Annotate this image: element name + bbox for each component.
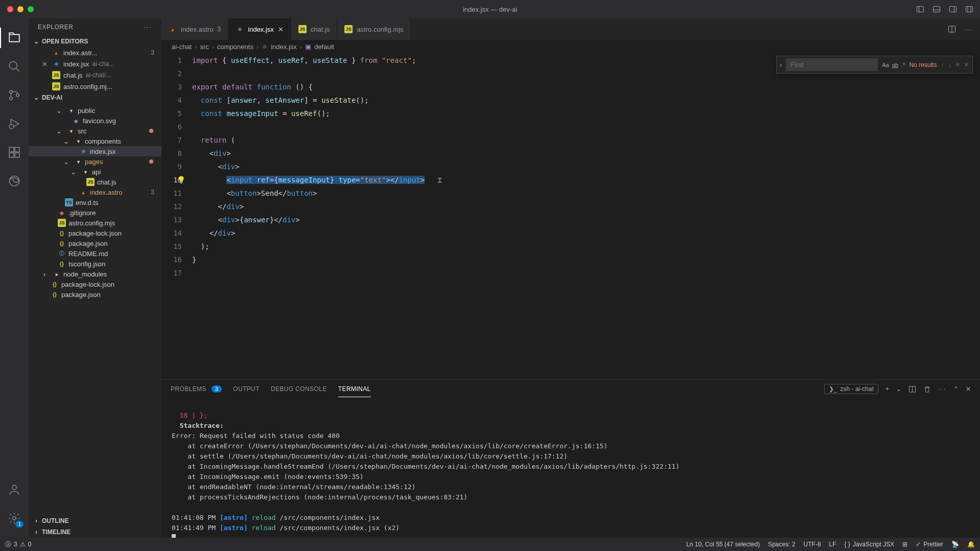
- folder-item[interactable]: ⌄▾src: [29, 126, 161, 136]
- status-cursor-position[interactable]: Ln 10, Col 55 (47 selected): [686, 541, 760, 548]
- open-editor-item[interactable]: ✕⚛index.jsx ai-cha...: [29, 58, 161, 70]
- split-editor-icon[interactable]: [948, 25, 956, 33]
- toggle-panel-icon[interactable]: [932, 5, 941, 14]
- open-editors-section[interactable]: ⌄ OPEN EDITORS: [29, 36, 161, 47]
- json-icon: {}: [58, 229, 66, 237]
- extensions-activity[interactable]: [0, 138, 29, 167]
- editor-more-icon[interactable]: ···: [964, 26, 973, 33]
- timeline-section[interactable]: › TIMELINE: [29, 526, 161, 538]
- outline-section[interactable]: › OUTLINE: [29, 515, 161, 526]
- breadcrumb-item[interactable]: ai-chat: [172, 43, 192, 51]
- status-eol[interactable]: LF: [829, 541, 836, 548]
- item-name: .gitignore: [68, 209, 96, 217]
- close-tab-icon[interactable]: ✕: [278, 26, 284, 33]
- sidebar: EXPLORER ··· ⌄ OPEN EDITORS ▲index.astr.…: [29, 18, 161, 538]
- open-editor-item[interactable]: ▲index.astr...3: [29, 47, 161, 58]
- regex-icon[interactable]: .*: [901, 62, 905, 68]
- open-editor-item[interactable]: JSchat.js ai-chat/...: [29, 70, 161, 81]
- folder-item[interactable]: ⌄▾pages: [29, 156, 161, 167]
- debug-console-tab[interactable]: DEBUG CONSOLE: [271, 381, 327, 397]
- status-language[interactable]: { }JavaScript JSX: [845, 541, 895, 548]
- svg-rect-19: [15, 153, 19, 157]
- jsx-icon: ⚛: [262, 43, 268, 51]
- minimize-window-button[interactable]: [17, 6, 24, 12]
- item-name: index.jsx: [90, 148, 116, 155]
- file-item[interactable]: ⚛index.jsx: [29, 146, 161, 156]
- line-gutter: 1234 5678 9101112 13141516 17: [161, 54, 192, 379]
- toggle-primary-sidebar-icon[interactable]: [916, 5, 925, 14]
- file-item[interactable]: {}package-lock.json: [29, 228, 161, 238]
- status-bell-icon[interactable]: 🔔: [967, 541, 975, 548]
- lightbulb-icon[interactable]: 💡: [177, 173, 185, 187]
- find-selection-icon[interactable]: ≡: [955, 61, 960, 68]
- file-item[interactable]: {}package.json: [29, 289, 161, 300]
- terminal-output[interactable]: 18 | }; Stacktrace: Error: Request faile…: [161, 398, 980, 538]
- file-item[interactable]: JSchat.js: [29, 177, 161, 187]
- file-item[interactable]: {}package.json: [29, 238, 161, 248]
- folder-item[interactable]: ⌄▾api: [29, 167, 161, 177]
- editor-tab[interactable]: JSchat.js: [291, 18, 338, 40]
- editor-tab[interactable]: JSastro.config.mjs: [337, 18, 411, 40]
- match-case-icon[interactable]: Aa: [882, 62, 889, 68]
- search-activity[interactable]: [0, 52, 29, 81]
- close-panel-icon[interactable]: ✕: [966, 385, 971, 393]
- project-section[interactable]: ⌄ DEV-AI: [29, 92, 161, 103]
- settings-activity[interactable]: 1: [0, 504, 29, 533]
- source-control-activity[interactable]: [0, 81, 29, 109]
- folder-item[interactable]: ›▸node_modules: [29, 269, 161, 279]
- panel-more-icon[interactable]: ···: [938, 385, 946, 393]
- maximize-panel-icon[interactable]: ⌃: [953, 385, 959, 393]
- new-terminal-icon[interactable]: +: [885, 385, 889, 393]
- accounts-activity[interactable]: [0, 475, 29, 504]
- status-prettier[interactable]: ✓Prettier: [916, 541, 943, 548]
- file-item[interactable]: {}tsconfig.json: [29, 259, 161, 269]
- match-whole-word-icon[interactable]: ab: [892, 62, 898, 68]
- customize-layout-icon[interactable]: [965, 5, 974, 14]
- status-tabnine-icon[interactable]: ⊞: [902, 541, 907, 548]
- breadcrumb-item[interactable]: index.jsx: [271, 43, 297, 51]
- find-close-icon[interactable]: ✕: [964, 61, 969, 68]
- breadcrumb-item[interactable]: default: [314, 43, 334, 51]
- explorer-activity[interactable]: [0, 24, 29, 52]
- kill-terminal-icon[interactable]: [923, 385, 931, 393]
- find-next-icon[interactable]: ↓: [948, 61, 952, 68]
- file-item[interactable]: ▲index.astro3: [29, 187, 161, 197]
- file-item[interactable]: JSastro.config.mjs: [29, 218, 161, 228]
- file-item[interactable]: ⓘREADME.md: [29, 248, 161, 259]
- close-window-button[interactable]: [7, 6, 13, 12]
- folder-item[interactable]: ⌄▾components: [29, 136, 161, 146]
- problems-tab[interactable]: PROBLEMS 3: [171, 381, 222, 397]
- code-editor[interactable]: 1234 5678 9101112 13141516 17 import { u…: [161, 54, 980, 379]
- file-name: chat.js: [63, 72, 83, 79]
- status-errors[interactable]: ⓧ3 ⚠0: [5, 540, 31, 549]
- breadcrumb-item[interactable]: components: [217, 43, 253, 51]
- editor-tab[interactable]: ⚛index.jsx✕: [228, 18, 291, 40]
- status-feedback-icon[interactable]: 📡: [951, 541, 959, 548]
- status-indent[interactable]: Spaces: 2: [768, 541, 795, 548]
- editor-tab[interactable]: ▲index.astro3: [161, 18, 228, 40]
- output-tab[interactable]: OUTPUT: [233, 381, 260, 397]
- terminal-picker[interactable]: ❯_ zsh - ai-chat: [824, 384, 878, 394]
- open-editor-item[interactable]: JSastro.config.mj...: [29, 81, 161, 92]
- find-expand-icon[interactable]: ›: [780, 61, 782, 68]
- folder-item[interactable]: ⌄▾public: [29, 105, 161, 116]
- find-input[interactable]: [786, 58, 878, 71]
- split-terminal-icon[interactable]: [908, 385, 916, 393]
- close-icon[interactable]: ✕: [42, 60, 49, 68]
- breadcrumb-item[interactable]: src: [200, 43, 208, 51]
- edge-activity[interactable]: [0, 167, 29, 195]
- find-prev-icon[interactable]: ↑: [941, 61, 944, 68]
- file-item[interactable]: ◆favicon.svg: [29, 116, 161, 126]
- toggle-secondary-sidebar-icon[interactable]: [948, 5, 958, 14]
- run-debug-activity[interactable]: [0, 109, 29, 138]
- file-item[interactable]: ◆.gitignore: [29, 208, 161, 218]
- breadcrumbs[interactable]: ai-chat› src› components› ⚛ index.jsx› ▣…: [161, 40, 980, 54]
- file-item[interactable]: TSenv.d.ts: [29, 197, 161, 208]
- maximize-window-button[interactable]: [28, 6, 34, 12]
- svg-point-22: [13, 517, 16, 520]
- terminal-tab[interactable]: TERMINAL: [338, 381, 371, 397]
- status-encoding[interactable]: UTF-8: [804, 541, 821, 548]
- terminal-dropdown-icon[interactable]: ⌄: [896, 385, 901, 393]
- file-item[interactable]: {}package-lock.json: [29, 279, 161, 289]
- explorer-more-icon[interactable]: ···: [144, 24, 152, 31]
